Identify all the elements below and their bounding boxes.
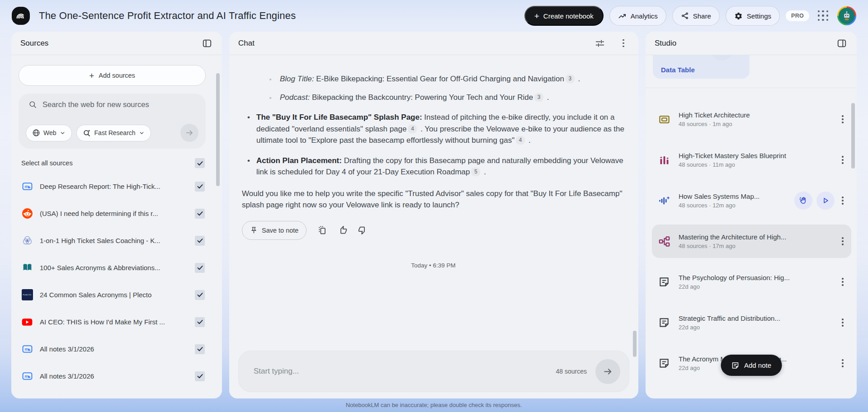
header-actions: + Create notebook Analytics Share Settin… (524, 6, 856, 26)
studio-item-row[interactable]: Strategic Traffic and Distribution...22d… (652, 306, 851, 339)
chat-text-segment: . (526, 136, 530, 145)
studio-item-menu-kebab-icon[interactable] (837, 356, 849, 371)
studio-item-title: High Ticket Architecture (679, 111, 837, 119)
book-icon (21, 262, 33, 274)
source-row[interactable]: (USA) I need help determining if this r.… (19, 202, 206, 225)
stickynote-icon (657, 398, 671, 398)
search-submit-button[interactable] (180, 124, 198, 142)
studio-item-row[interactable]: High-Ticket Mastery Sales Blueprint48 so… (652, 143, 851, 177)
chat-text-segment: E-Bike Bikepacking: Essential Gear for O… (314, 75, 564, 83)
source-checkbox[interactable] (195, 263, 205, 273)
svg-text:m: m (24, 184, 28, 189)
studio-item-menu-kebab-icon[interactable] (837, 234, 849, 249)
analytics-button[interactable]: Analytics (609, 6, 666, 26)
globe-icon (32, 129, 40, 137)
citation-chip[interactable]: 4 (516, 136, 525, 145)
plus-icon: + (89, 71, 94, 80)
plecto-icon: PLECTO (21, 289, 33, 301)
create-notebook-button[interactable]: + Create notebook (524, 6, 604, 26)
source-row[interactable]: 100+ Sales Acronyms & Abbreviations... (19, 257, 206, 279)
source-row[interactable]: AI CEO: THIS is How I'd Make My First ..… (19, 311, 206, 333)
web-scope-dropdown[interactable]: Web (26, 125, 72, 141)
chat-settings-tune-icon[interactable] (594, 37, 606, 49)
studio-item-meta: 48 sources · 11m ago (679, 161, 837, 168)
studio-item-menu-kebab-icon[interactable] (837, 315, 849, 330)
google-apps-grid-icon[interactable] (818, 10, 829, 21)
source-checkbox[interactable] (195, 182, 205, 192)
expand-studio-panel-icon[interactable] (836, 37, 848, 49)
data-table-card[interactable]: Data Table › (653, 55, 750, 79)
studio-item-menu-kebab-icon[interactable] (837, 193, 849, 208)
source-checkbox[interactable] (195, 236, 205, 246)
notebooklm-logo-icon[interactable] (12, 7, 30, 25)
notebook-title[interactable]: The One-Sentence Profit Extractor and AI… (39, 10, 296, 22)
studio-panel-header: Studio (646, 32, 857, 55)
citation-chip[interactable]: 5 (471, 168, 480, 176)
source-row[interactable]: mAll notes 3/1/2026 (19, 338, 206, 360)
source-row[interactable]: mAll notes 3/1/2026 (19, 365, 206, 387)
chat-scrollbar[interactable] (633, 331, 637, 357)
studio-item-menu-kebab-icon[interactable] (837, 112, 849, 127)
chat-text-segment: Blog Title: (280, 75, 314, 83)
source-title: (USA) I need help determining if this r.… (40, 210, 188, 217)
citation-chip[interactable]: 3 (534, 93, 543, 102)
send-button[interactable] (595, 359, 620, 384)
note-icon: m (21, 343, 33, 355)
copy-icon[interactable] (317, 225, 327, 235)
collapse-sources-panel-icon[interactable] (201, 37, 213, 49)
chart-icon (657, 154, 671, 166)
chat-text: Blog Title: E-Bike Bikepacking: Essentia… (280, 73, 580, 85)
data-table-label: Data Table (661, 66, 695, 74)
source-row[interactable]: mDeep Research Report: The High-Tick... (19, 175, 206, 197)
studio-output-card-region: Data Table › (646, 55, 857, 88)
studio-item-row[interactable]: The Psychology of Persuasion: Hig...22d … (652, 265, 851, 299)
studio-item-meta: 48 sources · 1m ago (679, 121, 837, 127)
chat-menu-kebab-icon[interactable] (618, 38, 629, 49)
research-mode-dropdown[interactable]: Fast Research (76, 125, 151, 141)
studio-item-row[interactable]: The Content Creation Engine: Wee... (652, 387, 851, 398)
select-all-checkbox[interactable] (195, 158, 205, 168)
studio-item-menu-kebab-icon[interactable] (837, 274, 849, 290)
source-checkbox[interactable] (195, 317, 205, 327)
chat-paragraph: Would you like me to help you write the … (242, 188, 625, 211)
source-title: 1-on-1 High Ticket Sales Coaching - K... (40, 237, 188, 244)
thumbs-down-icon[interactable] (358, 225, 368, 235)
add-sources-button[interactable]: + Add sources (19, 65, 206, 86)
youtube-icon (21, 316, 33, 328)
studio-item-actions (794, 192, 835, 210)
select-all-label: Select all sources (21, 159, 73, 167)
web-search-input[interactable]: Search the web for new sources (42, 100, 149, 109)
citation-chip[interactable]: 4 (408, 125, 417, 133)
interactive-mode-button[interactable] (794, 192, 812, 210)
web-search-card: Search the web for new sources Web (19, 94, 206, 149)
chat-text-segment: . (545, 93, 549, 102)
chat-text: Would you like me to help you write the … (242, 188, 625, 211)
source-checkbox[interactable] (195, 344, 205, 354)
chat-panel-header: Chat (229, 32, 638, 55)
play-button[interactable] (816, 192, 835, 210)
save-to-note-button[interactable]: Save to note (242, 221, 307, 240)
avatar[interactable] (837, 6, 856, 25)
share-button[interactable]: Share (672, 6, 720, 26)
data-table-open-button[interactable]: › (711, 55, 733, 61)
citation-chip[interactable]: 3 (566, 75, 575, 83)
source-checkbox[interactable] (195, 371, 205, 381)
source-checkbox[interactable] (195, 209, 205, 219)
thumbs-up-icon[interactable] (338, 225, 347, 235)
studio-item-row[interactable]: High Ticket Architecture48 sources · 1m … (652, 103, 851, 136)
studio-item-row[interactable]: Mastering the Architecture of High...48 … (652, 225, 851, 258)
studio-item-menu-kebab-icon[interactable] (837, 396, 849, 398)
studio-item-menu-kebab-icon[interactable] (837, 152, 849, 168)
studio-item-meta: 48 sources · 17m ago (679, 243, 837, 249)
sources-scrollbar[interactable] (216, 73, 220, 186)
source-checkbox[interactable] (195, 290, 205, 300)
source-row[interactable]: 1-on-1 High Ticket Sales Coaching - K... (19, 229, 206, 252)
source-row[interactable]: PLECTO24 Common Sales Acronyms | Plecto (19, 284, 206, 306)
add-note-button[interactable]: Add note (721, 355, 782, 376)
studio-scrollbar[interactable] (851, 103, 855, 169)
studio-item-row[interactable]: How Sales Systems Map...48 sources · 12m… (652, 184, 851, 217)
settings-button[interactable]: Settings (726, 6, 780, 26)
fast-research-icon (83, 129, 91, 137)
chat-input[interactable] (254, 367, 556, 376)
trending-up-icon (618, 12, 627, 20)
